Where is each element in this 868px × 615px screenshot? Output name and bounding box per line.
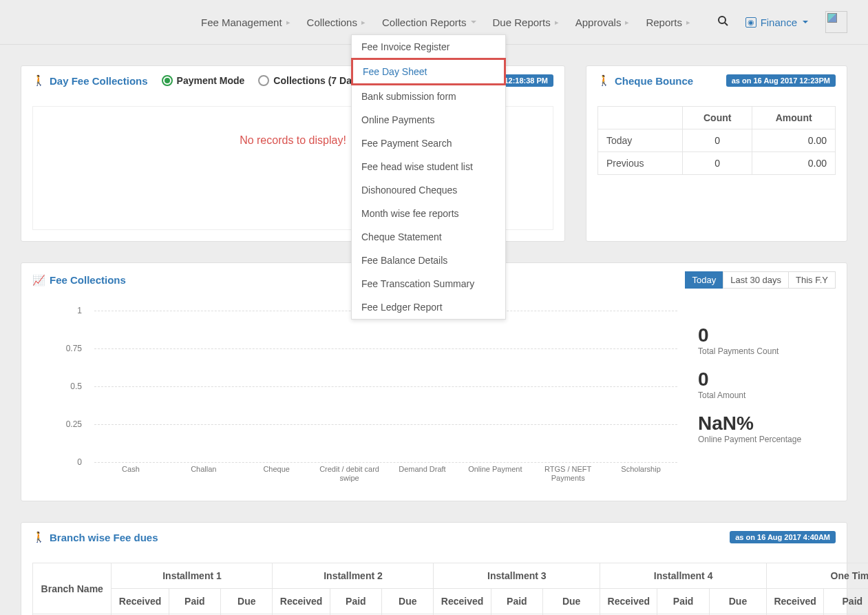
chevron-icon: ▸ bbox=[625, 18, 629, 27]
table-row: Previous00.00 bbox=[598, 152, 836, 175]
dropdown-item[interactable]: Month wise fee reports bbox=[352, 202, 505, 225]
stat-label: Online Payment Percentage bbox=[698, 435, 836, 444]
radio-payment-mode[interactable]: Payment Mode bbox=[162, 75, 245, 86]
nav-right: ◉ Finance bbox=[717, 11, 847, 33]
dropdown-item[interactable]: Fee Payment Search bbox=[352, 132, 505, 155]
y-tick: 0.75 bbox=[66, 344, 82, 353]
finance-dropdown[interactable]: ◉ Finance bbox=[745, 17, 808, 28]
column-sub-header: Received bbox=[767, 589, 824, 614]
column-sub-header: Paid bbox=[824, 589, 868, 614]
column-sub-header: Due bbox=[221, 589, 273, 614]
grid-line bbox=[94, 386, 677, 387]
column-sub-header: Received bbox=[273, 589, 330, 614]
branch-wise-fee-dues-card: 🚶 Branch wise Fee dues as on 16 Aug 2017… bbox=[21, 522, 847, 615]
stat-value: 0 bbox=[698, 324, 836, 346]
nav-fee-management[interactable]: Fee Management▸ bbox=[193, 3, 299, 42]
grid-line bbox=[94, 424, 677, 425]
column-sub-header: Due bbox=[543, 589, 600, 614]
stat-block: NaN%Online Payment Percentage bbox=[698, 413, 836, 444]
column-group-header: Installment 4 bbox=[600, 563, 767, 589]
dropdown-item[interactable]: Fee Day Sheet bbox=[351, 58, 506, 85]
column-sub-header: Received bbox=[434, 589, 491, 614]
search-icon[interactable] bbox=[717, 15, 728, 29]
dropdown-item[interactable]: Cheque Statement bbox=[352, 225, 505, 249]
collection-reports-dropdown: Fee Invoice RegisterFee Day SheetBank su… bbox=[351, 34, 506, 320]
radio-checked-icon bbox=[162, 75, 173, 86]
dropdown-item[interactable]: Fee Balance Details bbox=[352, 249, 505, 272]
stats-panel: 0Total Payments Count0Total AmountNaN%On… bbox=[698, 311, 836, 490]
cheque-bounce-table: Count Amount Today00.00Previous00.00 bbox=[597, 106, 836, 175]
caret-down-icon bbox=[803, 21, 808, 23]
x-label: Scholarship bbox=[604, 465, 677, 490]
stat-value: 0 bbox=[698, 368, 836, 390]
dropdown-item[interactable]: Bank submission form bbox=[352, 85, 505, 108]
dropdown-item[interactable]: Dishonoured Cheques bbox=[352, 178, 505, 202]
top-nav: Fee Management▸ Collections▸ Collection … bbox=[0, 0, 868, 45]
card-title: 🚶 Branch wise Fee dues bbox=[32, 531, 158, 543]
svg-point-0 bbox=[719, 17, 726, 23]
person-icon: 🚶 bbox=[597, 74, 611, 87]
stat-block: 0Total Payments Count bbox=[698, 324, 836, 356]
nav-reports[interactable]: Reports▸ bbox=[637, 3, 699, 42]
filter-tab[interactable]: This F.Y bbox=[788, 271, 836, 289]
nav-approvals[interactable]: Approvals▸ bbox=[567, 3, 638, 42]
svg-line-1 bbox=[725, 23, 728, 25]
column-sub-header: Due bbox=[382, 589, 434, 614]
timestamp-badge: as on 16 Aug 2017 12:23PM bbox=[726, 74, 836, 87]
y-tick: 0.25 bbox=[66, 419, 82, 429]
column-sub-header: Received bbox=[112, 589, 169, 614]
person-icon: 🚶 bbox=[32, 74, 45, 87]
x-label: RTGS / NEFT Payments bbox=[531, 465, 604, 490]
dropdown-item[interactable]: Fee Invoice Register bbox=[352, 35, 505, 59]
chevron-icon: ▸ bbox=[361, 18, 366, 27]
grid-line bbox=[94, 462, 677, 463]
chevron-icon: ▸ bbox=[555, 18, 559, 27]
column-sub-header: Received bbox=[600, 589, 657, 614]
column-sub-header: Paid bbox=[491, 589, 542, 614]
camera-icon: ◉ bbox=[745, 17, 756, 28]
person-icon: 🚶 bbox=[32, 531, 45, 543]
grid-line bbox=[94, 348, 677, 349]
stat-block: 0Total Amount bbox=[698, 368, 836, 400]
y-tick: 1 bbox=[77, 306, 82, 315]
x-label: Demand Draft bbox=[386, 465, 459, 490]
stat-label: Total Amount bbox=[698, 390, 836, 400]
x-label: Challan bbox=[167, 465, 240, 490]
card-title: 🚶 Day Fee Collections bbox=[32, 74, 148, 87]
x-label: Online Payment bbox=[458, 465, 531, 490]
column-sub-header: Paid bbox=[657, 589, 709, 614]
avatar[interactable] bbox=[825, 11, 847, 33]
branch-table: Branch NameInstallment 1Installment 2Ins… bbox=[32, 563, 868, 615]
chevron-icon: ▸ bbox=[286, 18, 290, 27]
broken-image-icon bbox=[827, 13, 837, 23]
timestamp-badge: as on 16 Aug 2017 4:40AM bbox=[730, 531, 836, 543]
filter-tab[interactable]: Last 30 days bbox=[723, 271, 789, 289]
column-group-header: Installment 2 bbox=[273, 563, 434, 589]
radio-collections-7days[interactable]: Collections (7 Days) bbox=[258, 75, 366, 86]
stat-value: NaN% bbox=[698, 413, 836, 435]
column-group-header: Installment 3 bbox=[434, 563, 600, 589]
filter-tab[interactable]: Today bbox=[685, 271, 724, 289]
table-row: Today00.00 bbox=[598, 129, 836, 152]
filter-tabs: TodayLast 30 daysThis F.Y bbox=[686, 271, 836, 289]
column-group-header: Installment 1 bbox=[112, 563, 273, 589]
x-label: Cash bbox=[94, 465, 167, 490]
dropdown-item[interactable]: Fee Ledger Report bbox=[352, 295, 505, 319]
chevron-icon: ▸ bbox=[686, 18, 690, 27]
card-title: 📈 Fee Collections bbox=[32, 274, 126, 286]
column-group-header: One Time bbox=[767, 563, 868, 589]
dropdown-item[interactable]: Fee head wise student list bbox=[352, 155, 505, 178]
radio-unchecked-icon bbox=[258, 75, 269, 86]
column-sub-header: Paid bbox=[330, 589, 381, 614]
card-title: 🚶 Cheque Bounce bbox=[597, 74, 693, 87]
column-sub-header: Due bbox=[709, 589, 766, 614]
y-tick: 0 bbox=[77, 457, 82, 467]
x-label: Cheque bbox=[240, 465, 313, 490]
dropdown-item[interactable]: Online Payments bbox=[352, 108, 505, 132]
x-label: Credit / debit card swipe bbox=[313, 465, 386, 490]
stat-label: Total Payments Count bbox=[698, 346, 836, 356]
dropdown-item[interactable]: Fee Transcation Summary bbox=[352, 272, 505, 295]
chart-icon: 📈 bbox=[32, 274, 45, 286]
caret-down-icon bbox=[471, 21, 476, 23]
cheque-bounce-card: 🚶 Cheque Bounce as on 16 Aug 2017 12:23P… bbox=[586, 65, 847, 242]
